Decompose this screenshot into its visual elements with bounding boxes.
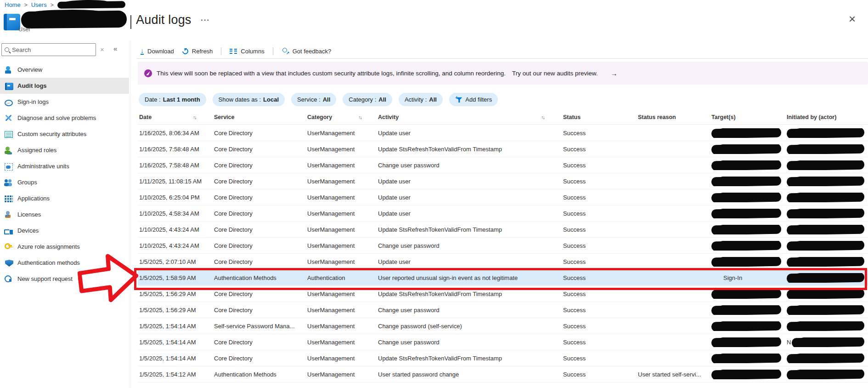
filter-pill-date[interactable]: Date :Last 1 month xyxy=(139,93,206,106)
sidebar-item-new-support-request[interactable]: New support request xyxy=(0,271,129,287)
breadcrumb-separator: > xyxy=(51,2,54,8)
cell-date: 1/5/2025, 1:56:29 AM xyxy=(138,291,213,297)
refresh-button[interactable]: Refresh xyxy=(182,48,213,55)
redaction-blob xyxy=(787,273,864,283)
sort-icon[interactable]: ↑↓ xyxy=(541,114,544,120)
breadcrumb-home-link[interactable]: Home xyxy=(5,1,21,8)
column-header-activity[interactable]: Activity↑↓ xyxy=(377,114,562,120)
close-icon[interactable]: × xyxy=(849,13,856,25)
cell-category: Authentication xyxy=(306,274,377,281)
more-menu-icon[interactable]: ··· xyxy=(201,16,210,25)
search-clear-icon[interactable]: × xyxy=(100,46,104,53)
cell-category: UserManagement xyxy=(306,210,377,217)
banner-arrow-icon[interactable]: → xyxy=(610,69,617,77)
columns-button[interactable]: Columns xyxy=(230,48,264,55)
sidebar-item-administrative-units[interactable]: Administrative units xyxy=(0,158,129,174)
add-filters-button[interactable]: +Add filters xyxy=(449,93,498,106)
banner-preview-link[interactable]: Try out our new audits preview. xyxy=(512,70,597,77)
sidebar-item-azure-role-assignments[interactable]: Azure role assignments xyxy=(0,239,129,255)
cell-category: UserManagement xyxy=(306,323,377,330)
cell-activity: Update user xyxy=(377,210,562,217)
filter-pill-value: Last 1 month xyxy=(163,96,200,103)
column-header-category[interactable]: Category↑↓ xyxy=(306,114,377,120)
column-header-initiated-by-actor[interactable]: Initiated by (actor) xyxy=(785,114,868,120)
sidebar-item-authentication-methods[interactable]: Authentication methods xyxy=(0,255,129,271)
cell-category: UserManagement xyxy=(306,339,377,346)
table-row[interactable]: 1/5/2025, 1:56:29 AMCore DirectoryUserMa… xyxy=(138,286,868,302)
breadcrumb-users-link[interactable]: Users xyxy=(31,1,47,8)
table-row[interactable]: 1/5/2025, 1:58:59 AMAuthentication Metho… xyxy=(138,270,868,286)
filter-pill-category[interactable]: Category :All xyxy=(343,93,392,106)
sidebar-nav: OverviewAudit logsSign-in logsDiagnose a… xyxy=(0,62,129,287)
feedback-icon xyxy=(282,48,289,54)
table-row[interactable]: 1/5/2025, 2:07:10 AMCore DirectoryUserMa… xyxy=(138,254,868,270)
table-row[interactable]: 1/5/2025, 1:54:14 AMCore DirectoryUserMa… xyxy=(138,350,868,366)
table-row[interactable]: 1/16/2025, 7:58:48 AMCore DirectoryUserM… xyxy=(138,157,868,173)
table-row[interactable]: 1/16/2025, 8:06:34 AMCore DirectoryUserM… xyxy=(138,125,868,141)
sidebar-item-audit-logs[interactable]: Audit logs xyxy=(0,78,129,94)
cell-date: 1/10/2025, 6:25:04 PM xyxy=(138,194,213,201)
column-header-label: Service xyxy=(214,114,234,120)
sidebar-item-overview[interactable]: Overview xyxy=(0,62,129,78)
sort-icon[interactable]: ↑↓ xyxy=(193,114,196,120)
redaction-blob xyxy=(787,128,864,138)
sidebar-item-diagnose-and-solve-problems[interactable]: Diagnose and solve problems xyxy=(0,110,129,126)
cell-initiated-by xyxy=(785,273,868,283)
cell-activity: Update StsRefreshTokenValidFrom Timestam… xyxy=(377,146,562,153)
sidebar-collapse-icon[interactable]: « xyxy=(113,45,117,52)
cell-category: UserManagement xyxy=(306,226,377,233)
table-row[interactable]: 1/10/2025, 4:43:24 AMCore DirectoryUserM… xyxy=(138,238,868,254)
download-button[interactable]: ↓Download xyxy=(141,48,174,55)
table-row[interactable]: 1/10/2025, 6:25:04 PMCore DirectoryUserM… xyxy=(138,189,868,205)
sidebar-search xyxy=(1,43,96,56)
redaction-blob xyxy=(787,209,864,218)
cell-category: UserManagement xyxy=(306,242,377,249)
roles-icon xyxy=(4,146,12,154)
sidebar-item-applications[interactable]: Applications xyxy=(0,190,129,206)
table-row[interactable]: 1/5/2025, 1:54:14 AMCore DirectoryUserMa… xyxy=(138,334,868,350)
cell-status: Success xyxy=(562,162,637,169)
table-row[interactable]: 1/5/2025, 1:56:29 AMCore DirectoryUserMa… xyxy=(138,302,868,318)
dev-icon xyxy=(4,229,12,234)
redaction-blob xyxy=(711,128,781,138)
table-row[interactable]: 1/16/2025, 7:58:48 AMCore DirectoryUserM… xyxy=(138,141,868,157)
filter-pill-activity[interactable]: Activity :All xyxy=(399,93,443,106)
cell-target xyxy=(710,305,785,315)
table-row[interactable]: 1/5/2025, 1:54:12 AMAuthentication Metho… xyxy=(138,366,868,382)
sidebar-item-devices[interactable]: Devices xyxy=(0,223,129,239)
table-row[interactable]: 1/10/2025, 4:58:34 AMCore DirectoryUserM… xyxy=(138,205,868,222)
sidebar-item-sign-in-logs[interactable]: Sign-in logs xyxy=(0,94,129,110)
column-header-date[interactable]: Date↑↓ xyxy=(138,114,213,120)
column-header-status-reason[interactable]: Status reason xyxy=(637,114,710,120)
filter-pill-show-dates-as[interactable]: Show dates as :Local xyxy=(213,93,285,106)
cell-category: UserManagement xyxy=(306,178,377,185)
cell-service: Core Directory xyxy=(213,162,306,169)
sidebar-item-licenses[interactable]: Licenses xyxy=(0,206,129,223)
cell-service: Self-service Password Mana... xyxy=(213,323,306,330)
sidebar-item-custom-security-attributes[interactable]: Custom security attributes xyxy=(0,126,129,142)
cell-activity: Change user password xyxy=(377,339,562,346)
doc-icon xyxy=(5,131,13,138)
table-row[interactable]: 1/5/2025, 1:54:14 AMSelf-service Passwor… xyxy=(138,318,868,334)
column-header-status[interactable]: Status xyxy=(562,114,637,120)
cell-initiated-by xyxy=(785,209,868,218)
redaction-blob xyxy=(711,209,781,218)
sidebar-item-assigned-roles[interactable]: Assigned roles xyxy=(0,142,129,158)
redaction-blob xyxy=(787,257,864,267)
cell-status: Success xyxy=(562,178,637,185)
table-row[interactable]: 1/10/2025, 4:43:24 AMCore DirectoryUserM… xyxy=(138,222,868,238)
sort-icon[interactable]: ↑↓ xyxy=(358,114,361,120)
filter-pill-label: Show dates as : xyxy=(219,96,261,103)
search-input[interactable] xyxy=(12,46,93,53)
column-header-label: Initiated by (actor) xyxy=(787,114,836,120)
filter-pill-service[interactable]: Service :All xyxy=(291,93,336,106)
cell-service: Core Directory xyxy=(213,194,306,201)
sidebar-item-label: Applications xyxy=(17,195,50,202)
table-row[interactable]: 1/11/2025, 11:08:15 AMCore DirectoryUser… xyxy=(138,173,868,189)
got-feedback-button[interactable]: Got feedback? xyxy=(282,48,332,55)
filter-bar: Date :Last 1 monthShow dates as :LocalSe… xyxy=(139,93,498,106)
column-header-service[interactable]: Service xyxy=(213,114,306,120)
sidebar-item-groups[interactable]: Groups xyxy=(0,174,129,190)
column-header-target-s[interactable]: Target(s) xyxy=(710,114,785,120)
cell-date: 1/10/2025, 4:58:34 AM xyxy=(138,210,213,217)
